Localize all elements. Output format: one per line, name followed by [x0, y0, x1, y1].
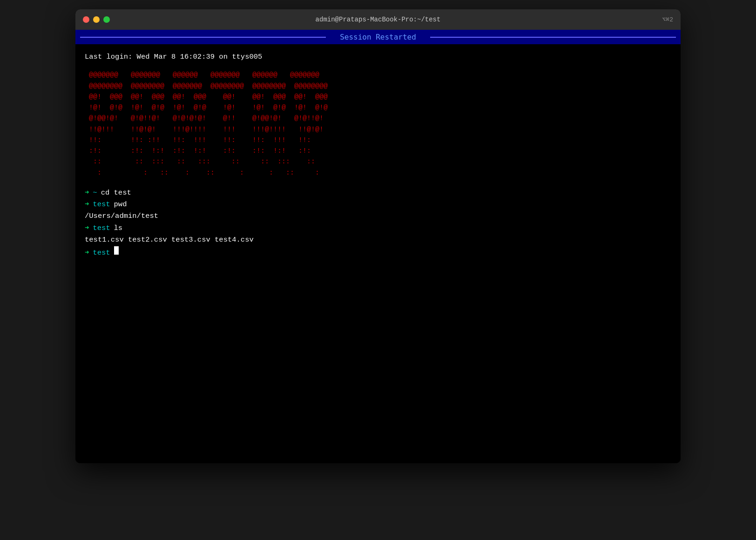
prompt-arrow-current: ➜ — [85, 248, 89, 258]
session-bar-line-right — [430, 37, 676, 38]
terminal-window[interactable]: admin@Prataps-MacBook-Pro:~/test ⌥⌘2 Ses… — [75, 9, 681, 463]
prompt-arrow-2: ➜ — [85, 199, 89, 210]
minimize-button[interactable] — [93, 16, 100, 23]
close-button[interactable] — [83, 16, 89, 23]
command-line-current[interactable]: ➜ test — [85, 246, 671, 258]
ls-output: test1.csv test2.csv test3.csv test4.csv — [85, 235, 671, 245]
prompt-arrow-3: ➜ — [85, 223, 89, 234]
window-title: admin@Prataps-MacBook-Pro:~/test — [316, 16, 441, 23]
prompt-dir-1: ~ — [93, 188, 97, 198]
prompt-dir-2: test — [93, 199, 110, 210]
terminal-cursor — [114, 246, 119, 255]
titlebar: admin@Prataps-MacBook-Pro:~/test ⌥⌘2 — [75, 9, 681, 30]
terminal-body[interactable]: Last login: Wed Mar 8 16:02:39 on ttys00… — [75, 44, 681, 463]
window-shortcut: ⌥⌘2 — [662, 16, 673, 23]
command-text-3: ls — [114, 223, 123, 234]
prompt-dir-current: test — [93, 248, 110, 258]
prompt-dir-3: test — [93, 223, 110, 234]
traffic-lights — [83, 16, 110, 23]
maximize-button[interactable] — [103, 16, 110, 23]
command-text-2: pwd — [114, 199, 127, 210]
command-line-1: ➜ ~ cd test — [85, 188, 671, 198]
command-line-3: ➜ test ls — [85, 223, 671, 234]
session-bar-line-left — [80, 37, 326, 38]
pwd-output: /Users/admin/test — [85, 211, 671, 222]
command-line-2: ➜ test pwd — [85, 199, 671, 210]
ascii-art: @@@@@@@ @@@@@@@ @@@@@@ @@@@@@@ @@@@@@ @@… — [85, 70, 671, 178]
session-restarted-text: Session Restarted — [340, 33, 416, 41]
command-text-1: cd test — [101, 188, 131, 198]
last-login-line: Last login: Wed Mar 8 16:02:39 on ttys00… — [85, 52, 671, 62]
session-bar: Session Restarted — [75, 30, 681, 44]
prompt-arrow-1: ➜ — [85, 188, 89, 198]
